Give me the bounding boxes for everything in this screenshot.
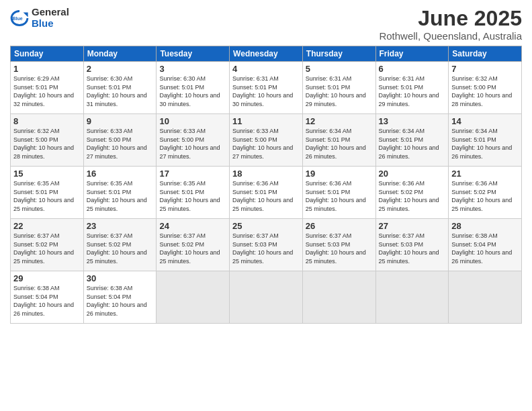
day-info-text: Daylight: 10 hours and 29 minutes. — [379, 91, 446, 108]
day-info-text: Sunset: 5:01 PM — [232, 83, 300, 92]
day-info-text: Daylight: 10 hours and 32 minutes. — [13, 91, 81, 108]
day-info-text: Sunrise: 6:31 AM — [306, 75, 373, 83]
svg-text:Blue: Blue — [13, 15, 23, 20]
day-info-text: Sunrise: 6:36 AM — [379, 179, 446, 188]
day-info-text: Sunset: 5:00 PM — [232, 136, 300, 144]
day-info-text: Daylight: 10 hours and 25 minutes. — [379, 196, 446, 213]
table-row: 15Sunrise: 6:35 AMSunset: 5:01 PMDayligh… — [11, 167, 84, 219]
day-info-text: Daylight: 10 hours and 26 minutes. — [451, 144, 519, 161]
day-number: 23 — [87, 221, 154, 231]
table-row: 26Sunrise: 6:37 AMSunset: 5:03 PMDayligh… — [302, 219, 375, 271]
page: Blue General Blue June 2025 Rothwell, Qu… — [0, 0, 532, 411]
day-number: 4 — [232, 64, 300, 74]
day-number: 13 — [379, 116, 446, 126]
day-info-text: Sunset: 5:02 PM — [87, 240, 154, 249]
day-info-text: Sunrise: 6:38 AM — [451, 232, 519, 240]
day-info-text: Sunrise: 6:38 AM — [87, 284, 154, 293]
day-info-text: Sunset: 5:01 PM — [13, 188, 81, 197]
day-info-text: Sunrise: 6:31 AM — [379, 75, 446, 83]
day-info-text: Daylight: 10 hours and 25 minutes. — [306, 196, 373, 213]
col-monday: Monday — [83, 46, 157, 62]
day-info-text: Daylight: 10 hours and 28 minutes. — [451, 91, 519, 108]
table-row: 16Sunrise: 6:35 AMSunset: 5:01 PMDayligh… — [83, 167, 157, 219]
day-number: 22 — [13, 221, 81, 231]
day-info-text: Sunset: 5:00 PM — [13, 136, 81, 144]
day-info-text: Sunset: 5:01 PM — [232, 188, 300, 197]
day-info-text: Sunset: 5:01 PM — [306, 83, 373, 92]
day-number: 30 — [87, 273, 154, 283]
day-info-text: Sunrise: 6:37 AM — [379, 232, 446, 240]
day-info-text: Sunrise: 6:31 AM — [232, 75, 300, 83]
calendar-header-row: Sunday Monday Tuesday Wednesday Thursday… — [11, 46, 522, 62]
day-info-text: Sunset: 5:03 PM — [306, 240, 373, 249]
day-info-text: Sunrise: 6:36 AM — [306, 179, 373, 188]
day-info-text: Sunrise: 6:36 AM — [232, 179, 300, 188]
day-number: 28 — [451, 221, 519, 231]
location-title: Rothwell, Queensland, Australia — [379, 30, 522, 42]
table-row: 22Sunrise: 6:37 AMSunset: 5:02 PMDayligh… — [11, 219, 84, 271]
day-info-text: Sunrise: 6:30 AM — [87, 75, 154, 83]
table-row: 5Sunrise: 6:31 AMSunset: 5:01 PMDaylight… — [302, 62, 375, 114]
day-number: 24 — [159, 221, 226, 231]
day-number: 9 — [87, 116, 154, 126]
month-title: June 2025 — [379, 7, 522, 30]
day-info-text: Sunset: 5:02 PM — [379, 188, 446, 197]
logo-blue: Blue — [32, 17, 54, 29]
day-number: 12 — [306, 116, 373, 126]
day-info-text: Sunrise: 6:35 AM — [159, 179, 226, 188]
day-info-text: Sunset: 5:04 PM — [87, 293, 154, 302]
table-row: 20Sunrise: 6:36 AMSunset: 5:02 PMDayligh… — [375, 167, 449, 219]
table-row: 17Sunrise: 6:35 AMSunset: 5:01 PMDayligh… — [157, 167, 230, 219]
day-number: 29 — [13, 273, 81, 283]
table-row — [449, 271, 522, 324]
table-row: 29Sunrise: 6:38 AMSunset: 5:04 PMDayligh… — [11, 271, 84, 324]
day-number: 6 — [379, 64, 446, 74]
day-info-text: Sunset: 5:01 PM — [159, 83, 226, 92]
day-info-text: Daylight: 10 hours and 25 minutes. — [159, 196, 226, 213]
day-number: 16 — [87, 169, 154, 179]
day-info-text: Sunset: 5:01 PM — [306, 188, 373, 197]
day-info-text: Daylight: 10 hours and 26 minutes. — [451, 248, 519, 265]
day-info-text: Sunrise: 6:32 AM — [451, 75, 519, 83]
table-row — [157, 271, 230, 324]
table-row: 23Sunrise: 6:37 AMSunset: 5:02 PMDayligh… — [83, 219, 157, 271]
day-number: 21 — [451, 169, 519, 179]
day-number: 8 — [13, 116, 81, 126]
day-info-text: Daylight: 10 hours and 25 minutes. — [13, 196, 81, 213]
day-info-text: Daylight: 10 hours and 29 minutes. — [306, 91, 373, 108]
table-row: 25Sunrise: 6:37 AMSunset: 5:03 PMDayligh… — [230, 219, 303, 271]
day-info-text: Sunset: 5:04 PM — [13, 293, 81, 302]
day-info-text: Daylight: 10 hours and 25 minutes. — [87, 196, 154, 213]
table-row: 13Sunrise: 6:34 AMSunset: 5:01 PMDayligh… — [375, 114, 449, 167]
day-info-text: Sunrise: 6:34 AM — [379, 127, 446, 136]
day-info-text: Sunset: 5:00 PM — [451, 83, 519, 92]
day-info-text: Daylight: 10 hours and 30 minutes. — [232, 91, 300, 108]
day-info-text: Sunrise: 6:34 AM — [306, 127, 373, 136]
table-row: 4Sunrise: 6:31 AMSunset: 5:01 PMDaylight… — [230, 62, 303, 114]
day-info-text: Sunset: 5:01 PM — [451, 136, 519, 144]
day-info-text: Sunset: 5:03 PM — [232, 240, 300, 249]
day-info-text: Daylight: 10 hours and 27 minutes. — [159, 144, 226, 161]
table-row: 30Sunrise: 6:38 AMSunset: 5:04 PMDayligh… — [83, 271, 157, 324]
day-info-text: Sunrise: 6:29 AM — [13, 75, 81, 83]
calendar-week-row: 8Sunrise: 6:32 AMSunset: 5:00 PMDaylight… — [11, 114, 522, 167]
table-row: 7Sunrise: 6:32 AMSunset: 5:00 PMDaylight… — [449, 62, 522, 114]
table-row — [230, 271, 303, 324]
day-info-text: Daylight: 10 hours and 26 minutes. — [306, 144, 373, 161]
table-row: 24Sunrise: 6:37 AMSunset: 5:02 PMDayligh… — [157, 219, 230, 271]
day-number: 2 — [87, 64, 154, 74]
day-info-text: Daylight: 10 hours and 25 minutes. — [451, 196, 519, 213]
day-info-text: Sunrise: 6:38 AM — [13, 284, 81, 293]
day-info-text: Sunrise: 6:37 AM — [306, 232, 373, 240]
day-info-text: Sunrise: 6:35 AM — [13, 179, 81, 188]
table-row: 2Sunrise: 6:30 AMSunset: 5:01 PMDaylight… — [83, 62, 157, 114]
table-row: 9Sunrise: 6:33 AMSunset: 5:00 PMDaylight… — [83, 114, 157, 167]
table-row: 11Sunrise: 6:33 AMSunset: 5:00 PMDayligh… — [230, 114, 303, 167]
day-info-text: Sunset: 5:00 PM — [87, 136, 154, 144]
day-info-text: Daylight: 10 hours and 26 minutes. — [13, 301, 81, 318]
day-info-text: Daylight: 10 hours and 25 minutes. — [306, 248, 373, 265]
table-row: 21Sunrise: 6:36 AMSunset: 5:02 PMDayligh… — [449, 167, 522, 219]
day-info-text: Sunrise: 6:37 AM — [159, 232, 226, 240]
day-info-text: Sunrise: 6:33 AM — [159, 127, 226, 136]
logo-text: General Blue — [32, 7, 69, 29]
